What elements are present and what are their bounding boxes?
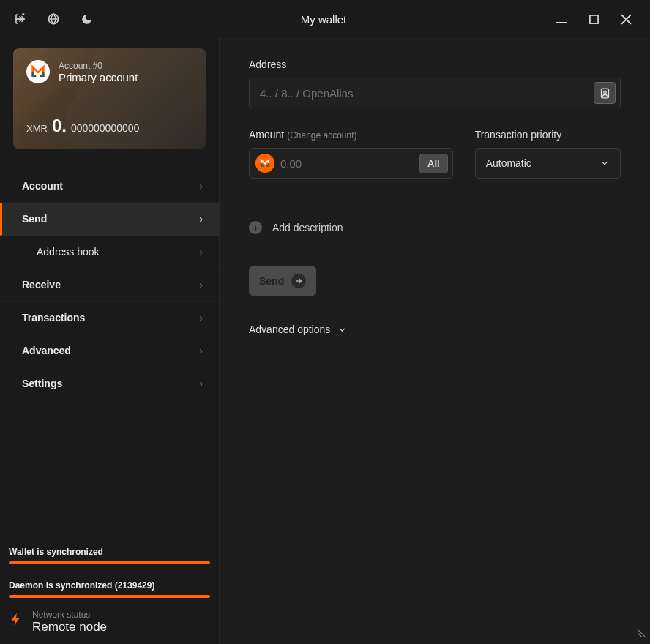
add-description-button[interactable]: + Add description: [249, 221, 621, 234]
priority-value: Automatic: [486, 157, 531, 169]
balance-currency: XMR: [26, 123, 48, 134]
add-description-label: Add description: [272, 222, 343, 233]
send-button-label: Send: [259, 275, 284, 287]
change-account-link[interactable]: (Change account): [287, 130, 356, 141]
nav-address-book[interactable]: Address book ›: [0, 236, 219, 269]
nav-label: Account: [22, 180, 63, 192]
monero-icon: [255, 154, 274, 173]
window-title: My wallet: [94, 13, 553, 26]
nav-label: Settings: [22, 378, 62, 389]
wallet-sync-bar: [9, 561, 210, 564]
monero-logo-icon: [26, 60, 50, 83]
network-status-label: Network status: [32, 610, 107, 620]
wallet-sync-label: Wallet is synchronized: [9, 547, 210, 557]
address-label: Address: [249, 59, 621, 70]
daemon-sync-label: Daemon is synchronized (2139429): [9, 580, 210, 591]
resize-grip-icon[interactable]: [635, 629, 647, 639]
address-book-button[interactable]: [594, 82, 616, 104]
svg-rect-3: [589, 15, 597, 23]
logout-icon[interactable]: [13, 12, 28, 26]
advanced-options-label: Advanced options: [249, 323, 330, 335]
bolt-icon: [9, 608, 23, 635]
svg-rect-2: [556, 22, 567, 23]
nav-advanced[interactable]: Advanced ›: [0, 334, 219, 367]
chevron-right-icon: ›: [199, 345, 203, 356]
nav-transactions[interactable]: Transactions ›: [0, 302, 219, 334]
amount-label: Amount (Change account): [249, 129, 453, 141]
chevron-down-icon: [599, 158, 610, 168]
network-status-value: Remote node: [32, 620, 107, 634]
nav-send[interactable]: Send ›: [0, 203, 219, 236]
balance-integer: 0.: [52, 116, 67, 136]
amount-input[interactable]: [280, 157, 419, 170]
chevron-right-icon: ›: [199, 180, 203, 192]
nav-label: Address book: [37, 246, 100, 258]
moon-icon[interactable]: [79, 12, 94, 26]
priority-select[interactable]: Automatic: [475, 148, 621, 179]
chevron-down-icon: [337, 325, 347, 334]
nav-label: Receive: [22, 279, 61, 291]
plus-icon: +: [249, 221, 262, 234]
account-subtitle: Account #0: [59, 61, 138, 71]
nav-account[interactable]: Account ›: [0, 170, 219, 203]
nav-settings[interactable]: Settings ›: [0, 367, 219, 400]
globe-icon[interactable]: [46, 12, 61, 26]
chevron-right-icon: ›: [199, 312, 203, 323]
address-input[interactable]: [260, 87, 594, 100]
chevron-right-icon: ›: [199, 246, 203, 258]
arrow-right-icon: [291, 274, 306, 288]
nav-label: Advanced: [22, 345, 71, 356]
nav-label: Transactions: [22, 312, 85, 323]
send-button[interactable]: Send: [249, 266, 316, 296]
chevron-right-icon: ›: [199, 378, 203, 389]
advanced-options-toggle[interactable]: Advanced options: [249, 323, 621, 335]
network-status[interactable]: Network status Remote node: [9, 608, 210, 635]
maximize-button[interactable]: [586, 11, 602, 27]
minimize-button[interactable]: [553, 11, 569, 27]
account-title: Primary account: [59, 71, 138, 83]
close-button[interactable]: [618, 11, 634, 27]
amount-all-button[interactable]: All: [419, 154, 448, 173]
nav-receive[interactable]: Receive ›: [0, 269, 219, 302]
daemon-sync-bar: [9, 595, 210, 598]
account-card[interactable]: Account #0 Primary account XMR 0. 000000…: [13, 48, 206, 149]
svg-point-6: [603, 91, 606, 94]
priority-label: Transaction priority: [475, 129, 621, 141]
chevron-right-icon: ›: [199, 279, 203, 291]
balance-decimals: 000000000000: [71, 122, 139, 134]
chevron-right-icon: ›: [199, 213, 203, 225]
nav-label: Send: [22, 213, 47, 225]
